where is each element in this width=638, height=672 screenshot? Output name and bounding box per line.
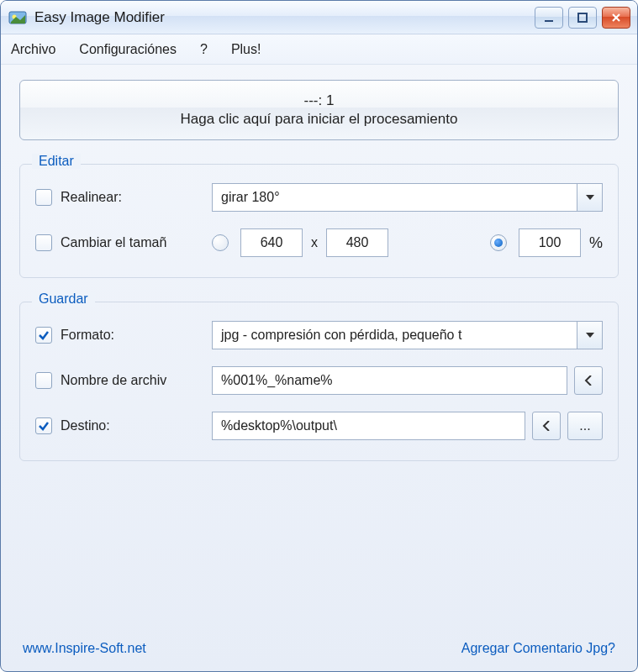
filename-back-button[interactable] bbox=[574, 366, 603, 395]
content-area: ---: 1 Haga clic aquí para iniciar el pr… bbox=[1, 65, 637, 631]
menu-help[interactable]: ? bbox=[200, 42, 208, 57]
destination-checkbox[interactable] bbox=[35, 417, 52, 434]
realign-checkbox[interactable] bbox=[35, 189, 52, 206]
website-link[interactable]: www.Inspire-Soft.net bbox=[23, 641, 146, 656]
realign-combo-button[interactable] bbox=[577, 184, 602, 211]
check-icon bbox=[38, 420, 50, 432]
filename-input[interactable] bbox=[212, 366, 567, 395]
destination-back-button[interactable] bbox=[532, 412, 561, 440]
menu-settings[interactable]: Configuraciónes bbox=[79, 42, 177, 57]
realign-row: Realinear: girar 180° bbox=[35, 183, 603, 212]
filename-row: Nombre de archiv bbox=[35, 366, 603, 395]
realign-combo[interactable]: girar 180° bbox=[212, 183, 603, 212]
resize-row: Cambiar el tamañ x % bbox=[35, 228, 603, 257]
format-checkbox[interactable] bbox=[35, 327, 52, 344]
start-button-line2: Haga clic aquí para iniciar el procesami… bbox=[181, 110, 458, 129]
chevron-down-icon bbox=[586, 333, 594, 338]
chevron-down-icon bbox=[586, 195, 594, 200]
close-icon bbox=[610, 12, 622, 24]
edit-group-title: Editar bbox=[32, 154, 81, 169]
resize-label: Cambiar el tamañ bbox=[61, 235, 212, 250]
menubar: Archivo Configuraciónes ? Plus! bbox=[1, 34, 637, 65]
resize-checkbox[interactable] bbox=[35, 234, 52, 251]
realign-label: Realinear: bbox=[61, 190, 212, 205]
filename-label: Nombre de archiv bbox=[61, 373, 212, 388]
minimize-icon bbox=[543, 12, 555, 24]
application-window: Easy Image Modifier Archivo Configuració… bbox=[0, 0, 638, 672]
save-group-title: Guardar bbox=[32, 291, 95, 307]
destination-row: Destino: ... bbox=[35, 412, 603, 440]
resize-absolute-radio[interactable] bbox=[212, 234, 229, 251]
window-title: Easy Image Modifier bbox=[34, 9, 535, 26]
chevron-left-icon bbox=[584, 375, 593, 386]
destination-input[interactable] bbox=[212, 412, 525, 440]
menu-plus[interactable]: Plus! bbox=[231, 42, 261, 57]
svg-rect-3 bbox=[578, 13, 587, 22]
jpg-comment-link[interactable]: Agregar Comentario Jpg? bbox=[461, 641, 615, 656]
menu-file[interactable]: Archivo bbox=[11, 42, 55, 57]
height-input[interactable] bbox=[326, 228, 388, 257]
destination-label: Destino: bbox=[61, 418, 212, 433]
format-combo[interactable]: jpg - compresión con pérdida, pequeño t bbox=[212, 321, 603, 349]
filename-checkbox[interactable] bbox=[35, 372, 52, 389]
percent-symbol: % bbox=[589, 234, 603, 252]
format-label: Formato: bbox=[61, 328, 212, 343]
chevron-left-icon bbox=[542, 421, 551, 431]
browse-label: ... bbox=[579, 418, 590, 433]
format-combo-button[interactable] bbox=[577, 322, 602, 349]
format-combo-value: jpg - compresión con pérdida, pequeño t bbox=[213, 328, 577, 343]
window-controls bbox=[535, 7, 630, 29]
format-row: Formato: jpg - compresión con pérdida, p… bbox=[35, 321, 603, 349]
maximize-icon bbox=[577, 12, 588, 24]
svg-rect-2 bbox=[545, 20, 553, 22]
start-processing-button[interactable]: ---: 1 Haga clic aquí para iniciar el pr… bbox=[19, 80, 619, 140]
check-icon bbox=[38, 329, 50, 341]
start-button-line1: ---: 1 bbox=[304, 92, 335, 110]
footer: www.Inspire-Soft.net Agregar Comentario … bbox=[1, 631, 637, 671]
destination-browse-button[interactable]: ... bbox=[567, 412, 603, 440]
minimize-button[interactable] bbox=[535, 7, 563, 29]
realign-combo-value: girar 180° bbox=[213, 190, 577, 205]
multiply-symbol: x bbox=[311, 235, 318, 250]
close-button[interactable] bbox=[602, 7, 630, 29]
width-input[interactable] bbox=[240, 228, 303, 257]
percent-input[interactable] bbox=[519, 228, 581, 257]
app-icon bbox=[8, 8, 28, 28]
save-group: Guardar Formato: jpg - compresión con pé… bbox=[19, 302, 619, 461]
maximize-button[interactable] bbox=[568, 7, 597, 29]
edit-group: Editar Realinear: girar 180° Cambiar el bbox=[19, 164, 619, 278]
resize-percent-radio[interactable] bbox=[490, 234, 507, 251]
titlebar: Easy Image Modifier bbox=[1, 1, 637, 34]
